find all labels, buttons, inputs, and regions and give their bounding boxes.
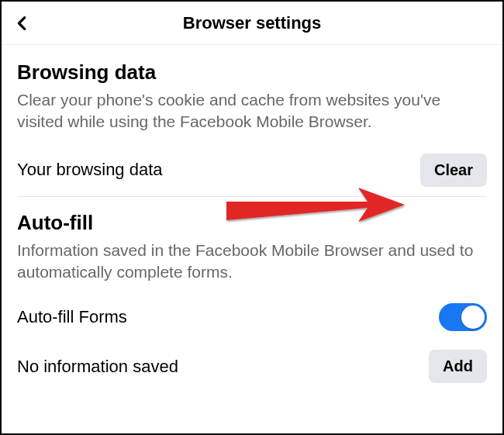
chevron-left-icon <box>14 15 31 32</box>
content: Browsing data Clear your phone's cookie … <box>2 45 502 392</box>
no-info-row: No information saved Add <box>17 340 487 392</box>
browsing-data-desc: Clear your phone's cookie and cache from… <box>17 89 487 133</box>
page-title: Browser settings <box>14 13 490 33</box>
back-button[interactable] <box>14 15 31 32</box>
toggle-knob <box>461 306 485 329</box>
browsing-data-title: Browsing data <box>17 60 487 85</box>
no-info-label: No information saved <box>17 357 178 377</box>
header-bar: Browser settings <box>2 2 502 45</box>
autofill-section: Auto-fill Information saved in the Faceb… <box>17 211 487 393</box>
autofill-forms-label: Auto-fill Forms <box>17 307 127 327</box>
autofill-forms-toggle[interactable] <box>439 303 487 331</box>
browsing-data-label: Your browsing data <box>17 160 163 180</box>
clear-button[interactable]: Clear <box>420 154 487 187</box>
browsing-data-section: Browsing data Clear your phone's cookie … <box>17 60 487 197</box>
browsing-data-row: Your browsing data Clear <box>17 144 487 197</box>
autofill-title: Auto-fill <box>17 211 487 235</box>
autofill-forms-row: Auto-fill Forms <box>17 294 487 340</box>
autofill-desc: Information saved in the Facebook Mobile… <box>17 240 487 284</box>
add-button[interactable]: Add <box>429 350 487 383</box>
